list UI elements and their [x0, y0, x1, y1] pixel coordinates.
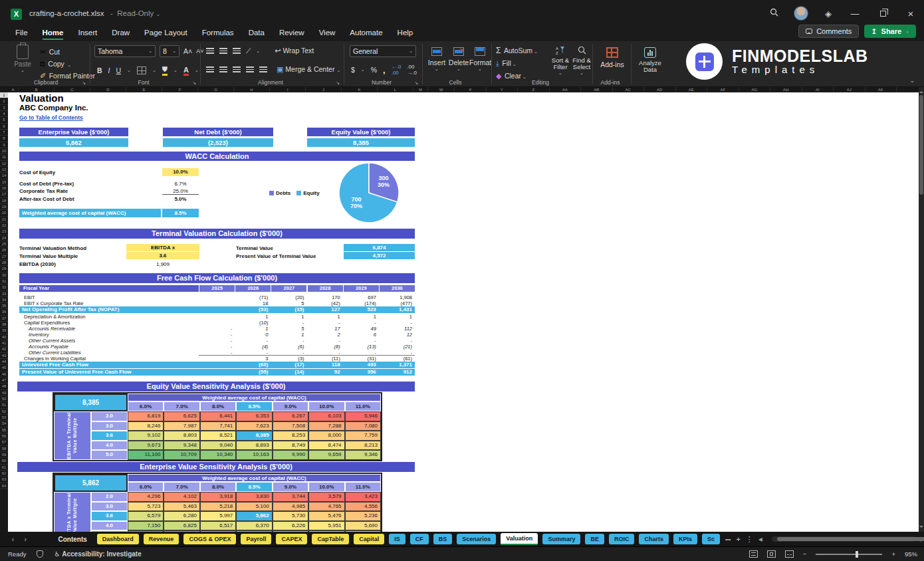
- sheet-tab-sc[interactable]: Sc: [702, 534, 720, 544]
- column-header-I[interactable]: I: [270, 87, 306, 92]
- number-format-select[interactable]: General⌄: [350, 45, 416, 57]
- comments-button[interactable]: Comments: [798, 25, 859, 38]
- increase-indent-icon[interactable]: [259, 66, 267, 72]
- font-size-select[interactable]: 8⌄: [160, 45, 179, 57]
- page-break-view-icon[interactable]: [785, 550, 794, 558]
- minimize-button[interactable]: —: [848, 9, 862, 19]
- column-header-Y[interactable]: Y: [487, 87, 519, 92]
- sheet-tab-is[interactable]: IS: [389, 534, 405, 544]
- sheet-tab-valuation[interactable]: Valuation: [501, 533, 538, 545]
- horizontal-scrollbar[interactable]: [772, 536, 915, 542]
- column-header-AK[interactable]: AK: [866, 87, 897, 92]
- number-dialog-launcher[interactable]: ↘: [414, 80, 418, 86]
- column-header-A[interactable]: A: [8, 87, 19, 92]
- sheet-tab-capex[interactable]: CAPEX: [276, 534, 307, 544]
- borders-button[interactable]: [137, 66, 146, 74]
- sheet-tab-payroll[interactable]: Payroll: [241, 534, 271, 544]
- align-top-icon[interactable]: [206, 48, 214, 54]
- fill-button[interactable]: ⤓ Fill ⌄: [496, 56, 517, 68]
- autosum-button[interactable]: Σ AutoSum ⌄: [496, 44, 538, 56]
- sheet-tab-captable[interactable]: CapTable: [312, 534, 349, 544]
- page-layout-view-icon[interactable]: [767, 550, 776, 558]
- align-right-icon[interactable]: [233, 66, 241, 72]
- column-header-W[interactable]: W: [428, 87, 455, 92]
- sheet-tab-roic[interactable]: ROIC: [609, 534, 635, 544]
- search-icon[interactable]: [768, 8, 779, 19]
- menu-view[interactable]: View: [313, 27, 342, 39]
- collapse-ribbon-icon[interactable]: ⌄: [909, 77, 915, 84]
- column-header-AD[interactable]: AD: [644, 87, 676, 92]
- increase-decimal-button[interactable]: ←.0.00: [392, 64, 402, 76]
- tab-scroll-left-icon[interactable]: ‹: [9, 536, 17, 543]
- percent-button[interactable]: %: [371, 66, 377, 74]
- sheet-tab-dashboard[interactable]: Dashboard: [97, 534, 139, 544]
- tab-scroll-right-icon[interactable]: ›: [22, 536, 29, 543]
- align-middle-icon[interactable]: [219, 48, 227, 54]
- column-header-X[interactable]: X: [455, 87, 487, 92]
- close-button[interactable]: ×: [904, 8, 917, 19]
- column-header-Z[interactable]: Z: [518, 87, 550, 92]
- align-left-icon[interactable]: [206, 66, 214, 72]
- zoom-slider[interactable]: [816, 554, 882, 555]
- more-sheets-button[interactable]: •••: [725, 536, 731, 542]
- sheet-tab-charts[interactable]: Charts: [639, 534, 669, 544]
- font-name-select[interactable]: Tahoma⌄: [94, 45, 156, 57]
- terminal-method-value[interactable]: EBITDA x: [126, 244, 199, 251]
- italic-button[interactable]: I: [108, 66, 110, 74]
- column-header-AE[interactable]: AE: [676, 87, 708, 92]
- add-ins-button[interactable]: Add-ins: [598, 47, 626, 68]
- grow-font-button[interactable]: A˄: [183, 47, 192, 55]
- column-headers[interactable]: ABCDEFGHIJKLMWXYZAAABACADAEAFAGAHAIAJAK: [0, 87, 919, 92]
- font-color-button[interactable]: A: [183, 66, 189, 76]
- sheet-tab-scenarios[interactable]: Scenarios: [457, 534, 496, 544]
- insert-cells-button[interactable]: Insert⌄: [427, 47, 447, 72]
- menu-help[interactable]: Help: [392, 27, 419, 39]
- align-bottom-icon[interactable]: [233, 48, 241, 54]
- normal-view-icon[interactable]: [749, 550, 758, 558]
- menu-file[interactable]: File: [9, 27, 34, 39]
- menu-formulas[interactable]: Formulas: [196, 27, 240, 39]
- sheet-tab-cogs-opex[interactable]: COGS & OPEX: [183, 534, 236, 544]
- zoom-in-button[interactable]: +: [891, 550, 895, 558]
- worksheet[interactable]: ValuationABC Company Inc.Go to Table of …: [0, 92, 919, 532]
- sheet-tab-bs[interactable]: BS: [433, 534, 453, 544]
- delete-cells-button[interactable]: ✕ Delete⌄: [448, 47, 469, 72]
- column-header-AI[interactable]: AI: [802, 87, 834, 92]
- tab-options-icon[interactable]: ⋮: [746, 535, 753, 544]
- column-header-AG[interactable]: AG: [739, 87, 771, 92]
- alignment-dialog-launcher[interactable]: ↘: [336, 80, 340, 86]
- find-select-button[interactable]: Find & Select⌄: [572, 45, 592, 76]
- decrease-indent-icon[interactable]: [246, 66, 254, 72]
- sheet-tab-kpis[interactable]: KPIs: [673, 534, 697, 544]
- sheet-tab-cf[interactable]: CF: [410, 534, 429, 544]
- menu-insert[interactable]: Insert: [72, 27, 103, 39]
- zoom-out-button[interactable]: −: [803, 550, 807, 558]
- terminal-multiple-value[interactable]: 3.6: [126, 252, 199, 259]
- comma-button[interactable]: ,: [383, 65, 386, 75]
- decrease-decimal-button[interactable]: .00→.0: [407, 64, 417, 76]
- column-header-D[interactable]: D: [90, 87, 126, 92]
- currency-button[interactable]: $: [351, 66, 355, 74]
- column-header-AF[interactable]: AF: [707, 87, 739, 92]
- clipboard-dialog-launcher[interactable]: ↘: [82, 80, 86, 86]
- underline-button[interactable]: U: [116, 66, 122, 74]
- column-header-H[interactable]: H: [234, 87, 270, 92]
- gem-icon[interactable]: ◈: [823, 9, 834, 19]
- menu-draw[interactable]: Draw: [106, 27, 136, 39]
- column-header-AC[interactable]: AC: [613, 87, 645, 92]
- font-dialog-launcher[interactable]: ↘: [192, 80, 196, 86]
- column-header-B[interactable]: B: [19, 87, 55, 92]
- column-header-AA[interactable]: AA: [550, 87, 582, 92]
- restore-button[interactable]: [876, 9, 889, 19]
- sheet-tab-revenue[interactable]: Revenue: [144, 534, 179, 544]
- copy-button[interactable]: ⧉ Copy ⌄: [40, 57, 71, 69]
- cost-of-equity-value[interactable]: 10.0%: [162, 168, 199, 176]
- user-avatar[interactable]: [794, 6, 808, 21]
- sheet-tab-summary[interactable]: Summary: [542, 534, 580, 544]
- column-header-G[interactable]: G: [198, 87, 234, 92]
- add-sheet-button[interactable]: +: [736, 535, 740, 543]
- column-header-K[interactable]: K: [342, 87, 378, 92]
- sheet-tab-capital[interactable]: Capital: [354, 534, 384, 544]
- sheet-tab-be[interactable]: BE: [585, 534, 604, 544]
- vertical-scrollbar[interactable]: [919, 87, 924, 532]
